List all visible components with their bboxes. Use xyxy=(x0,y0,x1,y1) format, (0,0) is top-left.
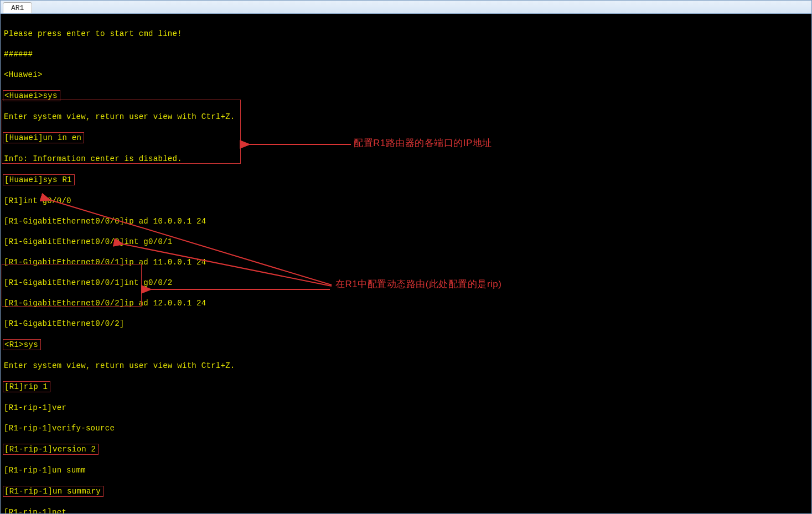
arrow-icon xyxy=(243,140,351,149)
terminal-line: [R1]rip 1 xyxy=(4,381,808,393)
terminal-line: [Huawei]sys R1 xyxy=(4,174,808,186)
highlight-box-ip-config xyxy=(2,100,241,164)
terminal-line: [R1-rip-1]verify-source xyxy=(4,423,808,434)
terminal-line: ###### xyxy=(4,49,808,60)
svg-line-5 xyxy=(122,244,332,286)
terminal-line: [R1-GigabitEthernet0/0/2] xyxy=(4,319,808,329)
highlight-box: [R1-rip-1]version 2 xyxy=(3,444,99,455)
annotation-rip: 在R1中配置动态路由(此处配置的是rip) xyxy=(335,279,501,290)
terminal-line: [R1-rip-1]version 2 xyxy=(4,444,808,455)
tab-bar: AR1 xyxy=(1,1,811,14)
tab-ar1[interactable]: AR1 xyxy=(3,2,32,13)
highlight-box: <R1>sys xyxy=(3,339,41,351)
annotation-ip: 配置R1路由器的各端口的IP地址 xyxy=(354,138,492,149)
terminal-line: <R1>sys xyxy=(4,339,808,351)
terminal-line: [R1-rip-1]ver xyxy=(4,403,808,413)
terminal-line: [R1-rip-1]net xyxy=(4,507,808,515)
highlight-box: [R1]rip 1 xyxy=(3,381,50,393)
terminal-window[interactable]: Please press enter to start cmd line! ##… xyxy=(1,14,811,513)
terminal-line: Please press enter to start cmd line! xyxy=(4,29,808,39)
highlight-box: [R1-rip-1]un summary xyxy=(3,486,104,497)
terminal-line: Enter system view, return user view with… xyxy=(4,361,808,371)
terminal-line: <Huawei> xyxy=(4,70,808,80)
arrow-icon xyxy=(117,241,332,290)
arrow-icon xyxy=(144,285,330,294)
highlight-box: [Huawei]sys R1 xyxy=(3,174,75,186)
terminal-line: [R1-rip-1]un summary xyxy=(4,486,808,497)
terminal-line: [R1-rip-1]un summ xyxy=(4,465,808,476)
